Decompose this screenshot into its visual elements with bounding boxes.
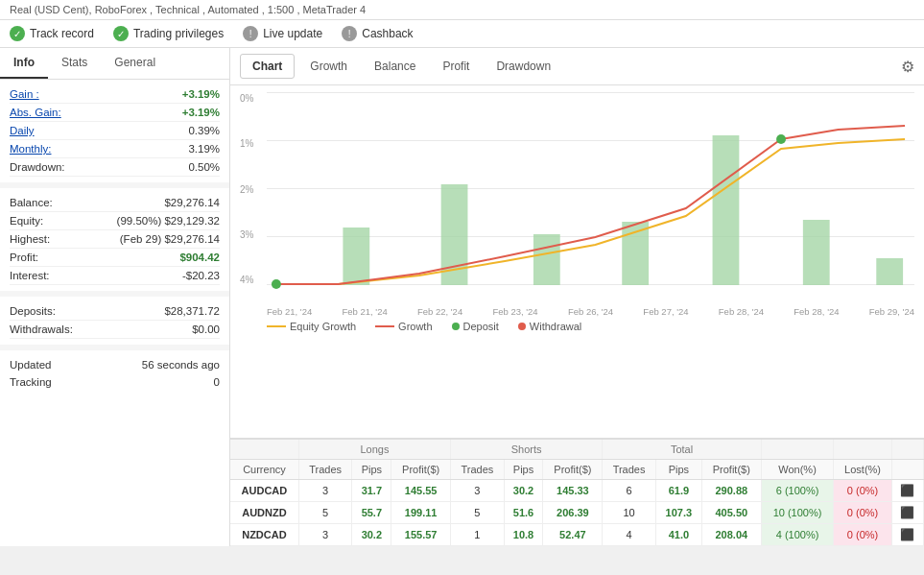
abs-gain-label[interactable]: Abs. Gain: <box>10 107 61 118</box>
td-t-profit-0: 290.88 <box>701 480 761 502</box>
th-t-profit: Profit($) <box>701 460 761 480</box>
th-lost-spacer <box>834 440 891 460</box>
badge-track-record: ✓ Track record <box>10 26 94 41</box>
y-axis-labels: 4% 3% 2% 1% 0% <box>240 93 267 285</box>
th-t-pips: Pips <box>655 460 701 480</box>
td-t-trades-1: 10 <box>603 502 656 524</box>
td-lost-1: 0 (0%) <box>834 502 891 524</box>
x-axis-labels: Feb 21, '24 Feb 21, '24 Feb 22, '24 Feb … <box>240 304 914 317</box>
deposits-label: Deposits: <box>10 305 56 317</box>
monthly-value: 3.19% <box>188 143 220 155</box>
td-l-profit-0: 145.55 <box>391 480 451 502</box>
td-currency-0: AUDCAD <box>230 480 298 502</box>
td-t-trades-0: 6 <box>603 480 656 502</box>
tab-general[interactable]: General <box>101 48 169 79</box>
tab-profit[interactable]: Profit <box>431 55 481 78</box>
td-s-profit-0: 145.33 <box>543 480 603 502</box>
y-label-4: 4% <box>240 275 267 285</box>
td-s-pips-1: 51.6 <box>504 502 543 524</box>
td-currency-1: AUDNZD <box>230 502 298 524</box>
td-l-trades-2: 3 <box>298 524 352 546</box>
td-l-pips-0: 31.7 <box>352 480 391 502</box>
monthly-label[interactable]: Monthly: <box>10 143 51 155</box>
deposit-legend-label: Deposit <box>463 321 499 332</box>
bar-1 <box>343 228 369 285</box>
th-won-spacer <box>761 440 834 460</box>
bar-3 <box>533 234 560 285</box>
th-longs: Longs <box>298 440 450 460</box>
tab-growth[interactable]: Growth <box>298 55 359 78</box>
deposits-value: $28,371.72 <box>164 305 220 317</box>
th-shorts: Shorts <box>451 440 603 460</box>
x-label-8: Feb 29, '24 <box>869 306 914 317</box>
x-label-7: Feb 28, '24 <box>794 306 839 317</box>
badge-trading-privileges: ✓ Trading privileges <box>113 26 224 41</box>
tab-info[interactable]: Info <box>0 48 48 79</box>
tab-stats[interactable]: Stats <box>48 48 101 79</box>
td-l-profit-1: 199.11 <box>391 502 451 524</box>
tracking-value: 0 <box>214 376 220 388</box>
equity-growth-legend-line <box>267 325 286 327</box>
chart-tabs-row: Chart Growth Balance Profit Drawdown ⚙ <box>230 48 924 85</box>
profit-label: Profit: <box>10 252 38 263</box>
chart-svg <box>267 93 914 285</box>
deposits-row: Deposits: $28,371.72 <box>10 302 220 321</box>
highest-label: Highest: <box>10 233 50 245</box>
row-icon-2[interactable]: ⬛ <box>891 524 923 546</box>
table-col-header: Currency Trades Pips Profit($) Trades Pi… <box>230 460 924 480</box>
td-t-pips-1: 107.3 <box>655 502 701 524</box>
td-t-pips-2: 41.0 <box>655 524 701 546</box>
badge-label-1: Track record <box>30 27 94 40</box>
th-s-trades: Trades <box>451 460 505 480</box>
drawdown-value: 0.50% <box>188 161 220 173</box>
drawdown-label: Drawdown: <box>10 161 65 173</box>
td-won-1: 10 (100%) <box>761 502 834 524</box>
balance-row: Balance: $29,276.14 <box>10 194 220 212</box>
bar-6 <box>803 220 830 285</box>
badges-row: ✓ Track record ✓ Trading privileges ! Li… <box>0 20 924 48</box>
td-l-profit-2: 155.57 <box>391 524 451 546</box>
table-row: AUDNZD 5 55.7 199.11 5 51.6 206.39 10 10… <box>230 502 924 524</box>
highest-row: Highest: (Feb 29) $29,276.14 <box>10 230 220 249</box>
chart-legend: Equity Growth Growth Deposit Withdrawal <box>240 317 914 332</box>
balance-label: Balance: <box>10 197 53 208</box>
td-s-trades-1: 5 <box>451 502 505 524</box>
badge-cashback: ! Cashback <box>342 26 413 41</box>
tab-drawdown[interactable]: Drawdown <box>485 55 562 78</box>
x-label-4: Feb 26, '24 <box>568 306 613 317</box>
table-group-header: Longs Shorts Total <box>230 440 924 460</box>
filter-icon[interactable]: ⚙ <box>901 58 914 76</box>
td-s-profit-1: 206.39 <box>543 502 603 524</box>
tab-balance[interactable]: Balance <box>363 55 427 78</box>
x-label-3: Feb 23, '24 <box>492 306 537 317</box>
th-icon-spacer <box>891 440 923 460</box>
left-tabs: Info Stats General <box>0 48 229 80</box>
equity-growth-legend-label: Equity Growth <box>290 321 356 332</box>
x-label-0: Feb 21, '24 <box>267 306 312 317</box>
gain-label[interactable]: Gain : <box>10 88 39 100</box>
tab-chart[interactable]: Chart <box>240 54 295 79</box>
check-icon-1: ✓ <box>10 26 25 41</box>
td-s-profit-2: 52.47 <box>543 524 603 546</box>
legend-deposit: Deposit <box>452 321 499 332</box>
th-s-pips: Pips <box>504 460 543 480</box>
th-t-trades: Trades <box>603 460 656 480</box>
deposit-legend-dot <box>452 323 460 330</box>
th-lost: Lost(%) <box>834 460 891 480</box>
right-panel: Chart Growth Balance Profit Drawdown ⚙ 4… <box>230 48 924 546</box>
legend-equity-growth: Equity Growth <box>267 321 356 332</box>
row-icon-1[interactable]: ⬛ <box>891 502 923 524</box>
y-label-2: 2% <box>240 184 267 195</box>
equity-value: (99.50%) $29,129.32 <box>117 215 220 227</box>
interest-label: Interest: <box>10 270 50 281</box>
top-bar: Real (USD Cent), RoboForex , Technical ,… <box>0 0 924 20</box>
equity-label: Equity: <box>10 215 43 227</box>
table-row: AUDCAD 3 31.7 145.55 3 30.2 145.33 6 61.… <box>230 480 924 502</box>
row-icon-0[interactable]: ⬛ <box>891 480 923 502</box>
td-l-pips-1: 55.7 <box>352 502 391 524</box>
daily-label[interactable]: Daily <box>10 125 35 136</box>
profit-value: $904.42 <box>179 252 220 263</box>
y-label-1: 1% <box>240 138 267 149</box>
y-label-0: 0% <box>240 93 267 104</box>
chart-container: 4% 3% 2% 1% 0% <box>240 93 914 304</box>
